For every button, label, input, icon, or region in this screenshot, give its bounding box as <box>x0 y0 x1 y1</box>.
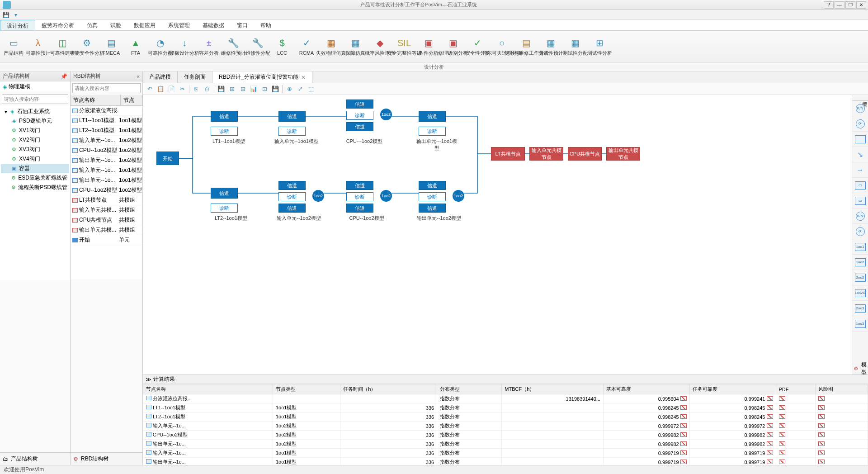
toolbox-footer[interactable]: ⚙模型 <box>852 362 868 374</box>
toolbox-item[interactable]: ▭ <box>852 193 868 209</box>
toolbar-button[interactable]: 💾 <box>216 84 226 94</box>
chart-icon[interactable] <box>818 405 825 410</box>
ribbon-button[interactable]: ◔可靠性分配 <box>148 32 172 61</box>
ribbon-button[interactable]: ▦保障仿真 <box>344 32 367 61</box>
diag-node[interactable]: 诊断 <box>278 127 306 136</box>
ribbon-button[interactable]: ▤FMECA <box>99 32 123 61</box>
chart-icon[interactable] <box>779 405 785 410</box>
menu-item[interactable]: 试验 <box>104 20 127 30</box>
diag-node[interactable]: 诊断 <box>346 192 373 201</box>
ribbon-button[interactable]: ▭产品结构 <box>2 32 25 61</box>
menu-item[interactable]: 帮助 <box>254 20 278 30</box>
ribbon-button[interactable]: ◫可靠性建模 <box>51 32 74 61</box>
toolbar-button[interactable]: 💾 <box>270 84 280 94</box>
chart-icon[interactable] <box>680 405 687 410</box>
ribbon-button[interactable]: ✓RCMA <box>295 32 318 61</box>
ribbon-button[interactable]: ▤使用与维修工作分析 <box>514 32 538 61</box>
ccf-node[interactable]: LT共模节点 <box>491 147 525 161</box>
toolbar-button[interactable]: ⎙ <box>202 84 212 94</box>
chart-icon[interactable] <box>680 396 687 401</box>
toolbox-item[interactable]: 2oo2 <box>852 270 868 285</box>
panel-footer-tab[interactable]: ⚙ RBD结构树 <box>71 452 142 465</box>
toolbox-item[interactable]: ↘ <box>852 147 868 162</box>
column-header[interactable]: 节点类型 <box>273 384 340 394</box>
channel-node[interactable]: 信道 <box>346 122 373 131</box>
column-header[interactable]: 基本可靠度 <box>604 384 690 394</box>
tree-node[interactable]: ⚙流程关断PSD螺线管 <box>1 183 69 192</box>
tree-row[interactable]: 分液灌液位高报... <box>71 106 142 116</box>
tree-node[interactable]: ⚙XV1阀门 <box>1 126 69 135</box>
ribbon-button[interactable]: λ可靠性预计 <box>26 32 50 61</box>
panel-subtab[interactable]: ◈ 物理建模 <box>0 81 70 92</box>
channel-node[interactable]: 信道 <box>278 111 306 122</box>
diag-node[interactable]: 诊断 <box>419 127 446 136</box>
tree-row[interactable]: LT1--1oo1模型1oo1模型 <box>71 116 142 126</box>
ribbon-button[interactable]: ⊞测试性分析 <box>588 32 611 61</box>
tree-row[interactable]: 输入单元共模...共模组 <box>71 205 142 215</box>
tree-row[interactable]: 输入单元--1o...1oo2模型 <box>71 136 142 146</box>
column-header[interactable]: 风险图 <box>816 384 868 394</box>
ribbon-button[interactable]: $LCC <box>270 32 294 61</box>
menu-item[interactable]: 窗口 <box>231 20 254 30</box>
table-row[interactable]: LT1--1oo1模型1oo1模型336指数分布0.998245 0.99824… <box>143 403 868 412</box>
toolbar-button[interactable]: ⬚ <box>306 84 316 94</box>
chart-icon[interactable] <box>818 423 825 428</box>
toolbox-item[interactable]: ⟳ <box>852 224 868 239</box>
toolbar-button[interactable]: ⤢ <box>295 84 305 94</box>
chart-icon[interactable] <box>818 414 825 419</box>
toolbox-item[interactable]: K/N <box>852 209 868 224</box>
chart-icon[interactable] <box>767 450 773 455</box>
ccf-node[interactable]: CPU共模节点 <box>568 147 602 161</box>
toolbox-item[interactable]: → <box>852 162 868 178</box>
table-row[interactable]: 分液灌液位高报...指数分布13198391440...0.995604 0.9… <box>143 394 868 403</box>
toolbox-item[interactable]: K/N <box>852 101 868 116</box>
toolbox-item[interactable]: ▭ <box>852 178 868 193</box>
menu-item[interactable]: 基础数据 <box>196 20 231 30</box>
gate-node[interactable]: 1oo2 <box>453 190 464 202</box>
tree-row[interactable]: 输出单元--1o...1oo1模型 <box>71 175 142 185</box>
toolbox-item[interactable]: 1oo2 <box>852 255 868 270</box>
chart-icon[interactable] <box>818 432 825 437</box>
menu-item[interactable]: 数据应用 <box>127 20 162 30</box>
chart-icon[interactable] <box>779 450 785 455</box>
column-header[interactable]: 任务可靠度 <box>689 384 776 394</box>
toolbar-button[interactable]: ✂ <box>177 84 187 94</box>
tree-node[interactable]: ⚙XV3阀门 <box>1 145 69 154</box>
chart-icon[interactable] <box>767 405 773 410</box>
toolbox-item[interactable]: 1oo1 <box>852 239 868 255</box>
channel-node[interactable]: 信道 <box>419 111 446 122</box>
chart-icon[interactable] <box>680 441 687 446</box>
tree-node[interactable]: ⚙XV4阀门 <box>1 154 69 164</box>
gate-node[interactable]: 1oo2 <box>312 190 324 202</box>
chart-icon[interactable] <box>818 450 825 455</box>
channel-node[interactable]: 信道 <box>346 181 373 190</box>
ribbon-button[interactable]: ±容差分析 <box>197 32 221 61</box>
chart-icon[interactable] <box>767 460 773 464</box>
table-row[interactable]: CPU--1oo2模型1oo2模型336指数分布0.999982 0.99998… <box>143 431 868 440</box>
tree-row[interactable]: CPU--1oo2模型1oo2模型 <box>71 185 142 195</box>
collapse-icon[interactable]: ≫ <box>146 376 151 383</box>
chart-icon[interactable] <box>680 423 687 428</box>
toolbox-item[interactable]: 1oo3 <box>852 316 868 332</box>
save-icon[interactable]: 💾 <box>2 11 10 19</box>
search-input[interactable] <box>72 83 141 93</box>
search-input[interactable] <box>2 94 68 104</box>
close-icon[interactable]: ✕ <box>301 74 306 81</box>
tree-node[interactable]: ⚙XV2阀门 <box>1 135 69 145</box>
chart-icon[interactable] <box>767 414 773 419</box>
document-tab[interactable]: 产品建模 <box>143 71 178 83</box>
table-row[interactable]: LT2--1oo1模型1oo1模型336指数分布0.998245 0.99824… <box>143 412 868 422</box>
ribbon-button[interactable]: ✓安全性分析 <box>466 32 489 61</box>
ribbon-button[interactable]: ⚙功能安全性分析 <box>75 32 99 61</box>
menu-item[interactable]: 疲劳寿命分析 <box>35 20 80 30</box>
chart-icon[interactable] <box>818 460 825 464</box>
chart-icon[interactable] <box>779 441 785 446</box>
tree-row[interactable]: LT共模节点共模组 <box>71 195 142 205</box>
toolbar-button[interactable]: 📋 <box>156 84 165 94</box>
help-button[interactable]: ? <box>824 1 834 9</box>
chart-icon[interactable] <box>818 441 825 446</box>
toolbar-button[interactable]: ⊡ <box>259 84 269 94</box>
diagram-canvas[interactable]: 开始信道诊断LT1--1oo1模型信道诊断输入单元--1oo1模型信道诊断信道1… <box>143 95 852 374</box>
restore-button[interactable]: ❐ <box>845 1 855 9</box>
ribbon-button[interactable]: ▦测试性预计 <box>539 32 562 61</box>
